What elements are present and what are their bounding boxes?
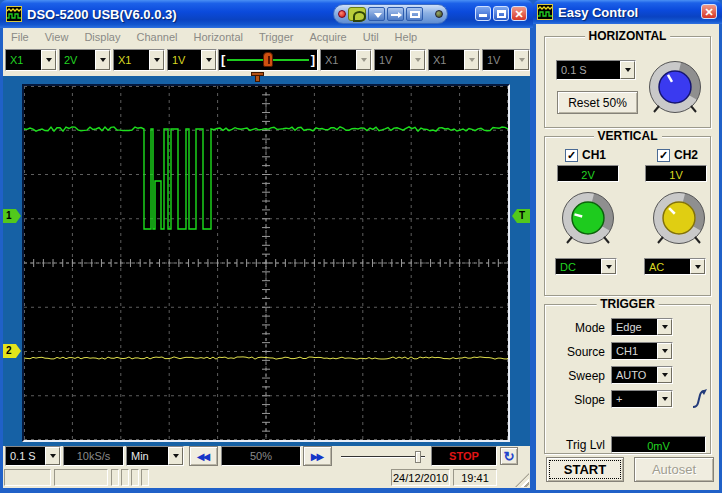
trigger-mode-combo[interactable]: Edge xyxy=(611,318,673,336)
overlay-export-button[interactable] xyxy=(387,7,404,21)
menu-util[interactable]: Util xyxy=(355,31,387,43)
pan-slider-handle[interactable] xyxy=(415,451,421,463)
nvidia-logo-icon[interactable] xyxy=(348,7,366,21)
bracket-left-icon: [ xyxy=(219,50,227,70)
slider-pin-icon[interactable] xyxy=(263,52,273,67)
ch2-attenuation-combo[interactable]: X1 xyxy=(113,49,165,71)
ch4-attenuation-combo: X1 xyxy=(428,49,480,71)
combo-arrow-button[interactable] xyxy=(657,343,672,359)
slider-track[interactable] xyxy=(227,59,308,61)
combo-arrow-button[interactable] xyxy=(168,447,183,465)
horizontal-group-title: HORIZONTAL xyxy=(585,29,671,43)
chevron-down-icon xyxy=(469,58,475,62)
easy-titlebar[interactable]: Easy Control ✕ xyxy=(533,0,722,24)
ch3-volts-combo: 1V xyxy=(374,49,426,71)
combo-arrow-button[interactable] xyxy=(45,447,60,465)
ch2-checkbox[interactable]: ✓ xyxy=(657,149,670,162)
acq-mode-value: Min xyxy=(127,447,168,465)
chevron-down-icon xyxy=(50,454,56,458)
trigger-slope-label: Slope xyxy=(545,393,605,407)
ch2-coupling-value: AC xyxy=(645,259,690,274)
status-time: 19:41 xyxy=(453,469,497,486)
easy-close-button[interactable]: ✕ xyxy=(701,4,717,19)
menu-trigger[interactable]: Trigger xyxy=(251,31,301,43)
combo-arrow-button[interactable] xyxy=(620,61,635,79)
record-dot-icon[interactable] xyxy=(338,10,346,18)
horizontal-group: HORIZONTAL 0.1 S Reset 50% xyxy=(544,36,711,128)
trigger-position-marker-icon[interactable] xyxy=(251,72,264,82)
ch1-volts-combo[interactable]: 2V xyxy=(59,49,111,71)
ch2-coupling-combo[interactable]: AC xyxy=(644,258,706,275)
menu-acquire[interactable]: Acquire xyxy=(301,31,354,43)
horizontal-position-display: 50% xyxy=(221,446,301,466)
combo-arrow-button xyxy=(410,50,425,70)
trig-lvl-label: Trig Lvl xyxy=(545,438,605,452)
main-titlebar[interactable]: DSO-5200 USB(V6.0.0.3) ✕ xyxy=(0,0,533,28)
resize-grip[interactable] xyxy=(515,473,529,487)
menu-file[interactable]: File xyxy=(3,31,37,43)
chevron-down-icon xyxy=(662,397,668,401)
menu-view[interactable]: View xyxy=(37,31,77,43)
status-cell xyxy=(141,469,149,486)
trigger-group: TRIGGER Mode Edge Source CH1 Sweep AUTO … xyxy=(544,304,711,454)
combo-arrow-button[interactable] xyxy=(95,50,110,70)
overlay-window-button[interactable] xyxy=(406,7,423,21)
menu-help[interactable]: Help xyxy=(387,31,426,43)
reset-50-button[interactable]: Reset 50% xyxy=(557,91,638,114)
combo-arrow-button xyxy=(514,50,529,70)
status-cell xyxy=(111,469,119,486)
trigger-slope-combo[interactable]: + xyxy=(611,390,673,408)
trigger-slope-value: + xyxy=(612,391,657,407)
ch4-volts-value: 1V xyxy=(483,50,514,70)
scope-client-area: 1 2 T xyxy=(3,76,530,446)
overlay-minimize-button[interactable] xyxy=(368,7,385,21)
ch1-coupling-combo[interactable]: DC xyxy=(555,258,617,275)
ch2-position-marker[interactable]: 2 xyxy=(3,344,21,358)
trigger-source-label: Source xyxy=(545,345,605,359)
ch1-volts-knob[interactable] xyxy=(560,190,616,246)
combo-arrow-button[interactable] xyxy=(657,319,672,335)
sample-rate-display: 10kS/s xyxy=(63,446,124,466)
ch1-coupling-value: DC xyxy=(556,259,601,274)
pan-right-button[interactable]: ▶▶ xyxy=(303,446,332,466)
minimize-button[interactable] xyxy=(475,6,491,21)
double-left-arrow-icon: ◀◀ xyxy=(197,451,210,462)
refresh-display-button[interactable]: ↻ xyxy=(500,447,518,465)
ch2-volts-combo[interactable]: 1V xyxy=(167,49,217,71)
timebase-combo[interactable]: 0.1 S xyxy=(5,446,61,466)
menu-display[interactable]: Display xyxy=(76,31,128,43)
combo-arrow-button[interactable] xyxy=(149,50,164,70)
ch1-checkbox[interactable]: ✓ xyxy=(565,149,578,162)
ch2-attenuation-value: X1 xyxy=(114,50,149,70)
scope-graticule xyxy=(22,84,510,442)
trigger-sweep-combo[interactable]: AUTO xyxy=(611,366,673,384)
double-right-arrow-icon: ▶▶ xyxy=(311,451,324,462)
trigger-level-marker[interactable]: T xyxy=(512,209,530,223)
menu-channel[interactable]: Channel xyxy=(128,31,185,43)
acq-mode-combo[interactable]: Min xyxy=(126,446,184,466)
combo-arrow-button[interactable] xyxy=(657,367,672,383)
combo-arrow-button[interactable] xyxy=(690,259,705,274)
pan-slider[interactable] xyxy=(341,448,425,465)
trigger-source-combo[interactable]: CH1 xyxy=(611,342,673,360)
trigger-position-slider[interactable]: [ ] xyxy=(218,49,318,71)
status-cell xyxy=(4,469,51,486)
restore-button[interactable] xyxy=(493,6,509,21)
ch3-attenuation-combo: X1 xyxy=(320,49,372,71)
easy-timebase-combo[interactable]: 0.1 S xyxy=(556,60,636,80)
close-button[interactable]: ✕ xyxy=(511,6,527,21)
combo-arrow-button[interactable] xyxy=(601,259,616,274)
ch1-position-marker[interactable]: 1 xyxy=(3,209,21,223)
ch2-volts-value: 1V xyxy=(168,50,201,70)
horizontal-knob[interactable] xyxy=(647,59,703,115)
combo-arrow-button[interactable] xyxy=(41,50,56,70)
ch2-volts-knob[interactable] xyxy=(651,190,707,246)
ch1-attenuation-combo[interactable]: X1 xyxy=(5,49,57,71)
pan-left-button[interactable]: ◀◀ xyxy=(189,446,218,466)
pan-slider-track[interactable] xyxy=(341,456,425,458)
combo-arrow-button[interactable] xyxy=(201,50,216,70)
combo-arrow-button[interactable] xyxy=(657,391,672,407)
ch2-volts-display: 1V xyxy=(645,165,707,182)
menu-horizontal[interactable]: Horizontal xyxy=(185,31,251,43)
start-button[interactable]: START xyxy=(546,457,624,482)
